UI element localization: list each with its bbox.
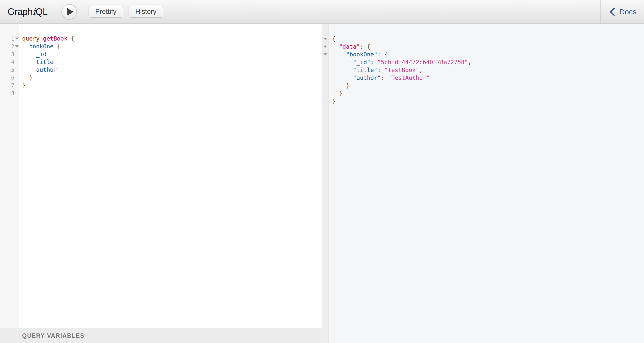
fold-arrow-icon[interactable] [15, 45, 19, 48]
fold-arrow-icon[interactable] [324, 38, 327, 40]
gutter-row [322, 66, 329, 74]
line-number: 3 [11, 51, 14, 57]
code-line: } [332, 90, 644, 97]
gutter-row [322, 90, 329, 97]
gutter-row [322, 58, 329, 66]
topbar: GraphiQL Prettify History Docs [0, 0, 644, 24]
execute-query-button[interactable] [61, 4, 77, 20]
line-number: 4 [11, 59, 14, 65]
gutter-row: 5 [0, 66, 19, 74]
code-line: { [332, 35, 644, 43]
gutter-row: 4 [0, 58, 19, 66]
code-line[interactable]: bookOne { [22, 43, 322, 50]
line-number: 8 [11, 90, 14, 96]
result-viewer: { "data": { "bookOne": { "_id": "5cbfdf4… [329, 24, 644, 343]
gutter-row: 2 [0, 43, 19, 50]
fold-arrow-icon[interactable] [15, 38, 19, 40]
gutter-row: 6 [0, 74, 19, 82]
history-button[interactable]: History [129, 6, 163, 18]
code-line[interactable]: author [22, 66, 322, 74]
gutter-row [322, 82, 329, 90]
code-line: } [332, 82, 644, 90]
fold-arrow-icon[interactable] [324, 53, 327, 56]
query-editor-gutter: 12345678 [0, 24, 19, 343]
code-line[interactable]: _id [22, 50, 322, 58]
query-variables-bar[interactable]: QUERY VARIABLES [0, 328, 322, 343]
result-fold-gutter [322, 24, 329, 343]
code-line: "_id": "5cbfdf44472c640178a72758", [332, 58, 644, 66]
gutter-row: 8 [0, 89, 19, 97]
graphiql-logo: GraphiQL [8, 7, 48, 17]
fold-arrow-icon[interactable] [324, 46, 327, 48]
line-number: 6 [11, 75, 14, 81]
gutter-row [322, 35, 329, 43]
gutter-row: 7 [0, 82, 19, 89]
docs-label: Docs [619, 8, 636, 16]
code-line[interactable]: } [22, 82, 322, 89]
gutter-row [322, 97, 329, 105]
line-number: 5 [11, 67, 14, 73]
code-line: "title": "TestBook", [332, 66, 644, 74]
prettify-button[interactable]: Prettify [89, 6, 123, 18]
gutter-row: 1 [0, 35, 19, 43]
result-pane: { "data": { "bookOne": { "_id": "5cbfdf4… [322, 24, 644, 343]
code-line[interactable]: title [22, 58, 322, 66]
code-line: "bookOne": { [332, 51, 644, 58]
line-number: 7 [11, 83, 14, 89]
code-line: "data": { [332, 43, 644, 51]
code-line: "author": "TestAuthor" [332, 74, 644, 82]
docs-button[interactable]: Docs [600, 0, 644, 23]
query-editor[interactable]: query getBook { bookOne { _id title auth… [19, 24, 322, 343]
code-line[interactable] [22, 89, 322, 97]
workspace: 12345678 query getBook { bookOne { _id t… [0, 24, 644, 343]
gutter-row [322, 43, 329, 51]
code-line: } [332, 97, 644, 105]
chevron-left-icon [609, 7, 616, 17]
code-line[interactable]: } [22, 74, 322, 82]
line-number: 2 [11, 44, 14, 50]
gutter-row [322, 51, 329, 58]
code-line[interactable]: query getBook { [22, 35, 322, 43]
gutter-row [322, 74, 329, 82]
line-number: 1 [11, 36, 14, 42]
gutter-row: 3 [0, 50, 19, 58]
play-icon [67, 8, 73, 16]
query-editor-pane: 12345678 query getBook { bookOne { _id t… [0, 24, 322, 343]
query-variables-title: QUERY VARIABLES [22, 332, 85, 339]
